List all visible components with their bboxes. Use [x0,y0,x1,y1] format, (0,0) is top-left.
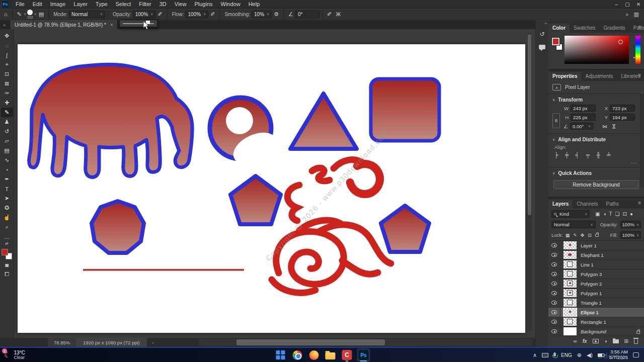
taskbar-explorer-icon[interactable] [324,348,337,361]
volume-icon[interactable]: ◀) [587,352,593,358]
document-canvas[interactable]: Copyright @ 2026 - www.p30download.com [18,44,525,333]
spot-healing-tool-icon[interactable]: ✚ [1,98,13,108]
menu-plugins[interactable]: Plugins [190,1,216,8]
menu-layer[interactable]: Layer [69,1,92,8]
height-input[interactable]: 225 px [571,114,596,121]
layer-visibility-toggle[interactable] [548,260,560,269]
maximize-button[interactable]: ▢ [622,2,633,7]
layer-visibility-toggle[interactable] [548,289,560,298]
pen-tool-icon[interactable]: ✒ [1,174,13,184]
panel-scrollbar[interactable] [640,93,643,187]
object-selection-tool-icon[interactable]: ⌖ [1,60,13,69]
layer-thumbnail[interactable] [564,327,577,335]
filter-toggle-dot[interactable]: ● [630,211,633,217]
layer-row-elephant-1[interactable]: Elephant 1 [548,250,644,260]
new-layer-icon[interactable]: ⊞ [624,338,628,344]
workspace-icon[interactable]: ▥ [634,11,639,18]
layer-visibility-toggle[interactable] [548,279,560,288]
layer-opacity-input[interactable]: 100% ∨ [620,221,641,228]
menu-file[interactable]: File [12,1,29,8]
flip-vertical-icon[interactable]: ⋈ [611,124,616,129]
flip-horizontal-icon[interactable]: ⋈ [602,124,607,129]
remove-background-button[interactable]: Remove Background [553,180,639,189]
canvas-artwork[interactable]: Copyright @ 2026 - www.p30download.com [18,44,525,333]
layer-row-line-1[interactable]: Line 1 [548,260,644,269]
transform-section-header[interactable]: ∨ Transform [548,94,644,104]
history-icon[interactable]: ↺ [539,31,544,38]
lock-all-icon[interactable] [595,234,599,237]
layer-row-polygon-2[interactable]: Polygon 2 [548,279,644,289]
layer-group-icon[interactable] [613,339,619,343]
tray-expand-icon[interactable]: ∧ [533,352,537,358]
elephant-shape[interactable] [29,64,193,177]
airbrush-icon[interactable]: ✐ [208,11,217,18]
battery-icon[interactable] [598,353,604,357]
layer-row-ellipse-1[interactable]: Ellipse 1 [548,308,644,317]
zoom-tool-icon[interactable]: ⌕ [1,222,13,232]
layer-thumbnail[interactable] [564,241,577,249]
x-input[interactable]: 723 px [610,105,635,112]
rotation-input[interactable]: 0.00° ∨ [570,123,593,130]
lock-transparent-icon[interactable]: ▦ [566,233,570,238]
frame-tool-icon[interactable]: ⊠ [1,79,13,88]
lock-position-icon[interactable]: ✥ [581,233,585,238]
smart-object-filter-icon[interactable]: ⊡ [623,211,627,217]
taskbar-start-icon[interactable] [274,348,287,361]
layer-row-layer-1[interactable]: Layer 1 [548,241,644,250]
canvas-area[interactable]: Copyright @ 2026 - www.p30download.com [14,29,535,338]
layer-row-polygon-1[interactable]: Polygon 1 [548,289,644,298]
blend-mode-select[interactable]: Normal∨ [69,11,105,18]
tab-color-patterns[interactable]: Patterns [629,24,644,33]
layer-thumbnail[interactable] [564,270,577,278]
eraser-tool-icon[interactable]: ▱ [1,136,13,146]
layer-row-triangle-1[interactable]: Triangle 1 [548,298,644,308]
eyedropper-tool-icon[interactable]: ✑ [1,88,13,98]
language-indicator[interactable]: ENG [561,352,572,358]
tab-props-adjustments[interactable]: Adjustments [581,72,617,81]
home-icon[interactable]: ⌂ [2,11,10,17]
adjustment-filter-icon[interactable]: ◑ [603,211,606,217]
tab-layers-channels[interactable]: Channels [573,200,602,209]
custom-shape-tool-icon[interactable]: ✪ [1,203,13,213]
panel-menu-icon[interactable]: ≡ [638,200,641,206]
menu-window[interactable]: Window [217,1,245,8]
crop-tool-icon[interactable]: ⊡ [1,69,13,79]
layer-name[interactable]: Triangle 1 [581,300,602,306]
layer-row-polygon-3[interactable]: Polygon 3 [548,269,644,279]
screen-mode-icon[interactable]: ⧠ [1,269,13,279]
align-more-icon[interactable]: ... [548,158,644,164]
type-filter-icon[interactable]: T [609,211,612,217]
taskbar-firefox-icon[interactable] [307,348,320,361]
line-shape[interactable] [83,269,244,271]
opacity-slider-popup[interactable] [119,20,157,27]
microphone-icon[interactable] [553,352,556,356]
layer-name[interactable]: Polygon 3 [581,272,602,277]
saturation-field[interactable] [565,36,629,64]
pressure-size-icon[interactable]: ✐ [325,11,334,18]
color-picker-ring[interactable] [618,40,623,44]
dodge-tool-icon[interactable]: ◔ [1,165,13,174]
pixel-filter-icon[interactable]: ▣ [595,211,600,217]
layer-thumbnail[interactable] [564,299,577,307]
swap-colors-icon[interactable]: ⇄ [5,241,9,247]
search-icon[interactable]: ⌕ [625,11,628,18]
type-tool-icon[interactable]: T [1,184,13,194]
layer-visibility-toggle[interactable] [548,269,560,279]
smudge-tool-icon[interactable]: ∿ [1,155,13,165]
panel-menu-icon[interactable]: ≡ [638,72,641,78]
tab-color-swatches[interactable]: Swatches [570,24,599,33]
move-tool-icon[interactable]: ✥ [1,31,13,41]
brush-settings-panel-icon[interactable]: ▤ [37,11,46,18]
brush-scribbles[interactable] [272,158,391,293]
layer-visibility-toggle[interactable] [548,241,560,250]
layer-name[interactable]: Ellipse 1 [581,310,599,315]
menu-help[interactable]: Help [245,1,264,8]
align-center-v-icon[interactable]: ╫ [596,152,600,158]
filter-kind-select[interactable]: Kind ∨ [551,210,590,218]
layer-visibility-toggle[interactable] [548,327,560,336]
foreground-color-swatch[interactable] [552,38,559,45]
lock-pixels-icon[interactable]: ✎ [573,233,577,238]
foreground-color-swatch[interactable] [2,249,8,255]
polygon-shape-left[interactable] [92,201,144,253]
symmetry-icon[interactable]: Ж [334,11,343,17]
